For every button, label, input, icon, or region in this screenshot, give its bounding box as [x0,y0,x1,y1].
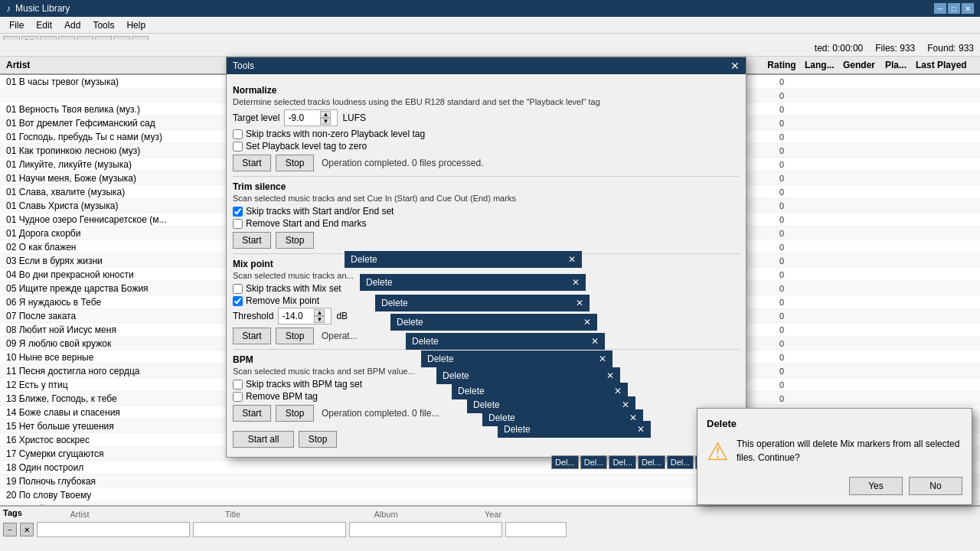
bpm-stop-button[interactable]: Stop [276,405,314,422]
col-header-artist[interactable]: Artist [3,60,225,70]
normalize-stop-button[interactable]: Stop [276,155,314,171]
delete-close-6[interactable]: ✕ [599,354,606,364]
tags-year-input[interactable] [505,522,567,537]
delete-close-8[interactable]: ✕ [583,317,591,328]
col-header-rating[interactable]: Rating [759,60,805,70]
track-rating: 0 [759,311,805,321]
delete-close-11[interactable]: ✕ [568,254,576,265]
normalize-skip-nonzero-row: Skip tracks with non-zero Playback level… [233,129,740,139]
delete-close-10[interactable]: ✕ [572,277,580,288]
confirm-buttons: Yes No [707,477,962,495]
track-rating: 0 [759,325,805,334]
delete-dialog-10: Delete ✕ [360,274,586,291]
menu-help[interactable]: Help [120,18,152,32]
track-rating: 0 [759,201,805,210]
app-icon: ♪ [6,3,11,14]
delete-dialog-11: Delete ✕ [345,251,582,268]
menu-edit[interactable]: Edit [30,18,58,32]
trim-remove-checkbox[interactable] [233,219,243,229]
mix-remove-checkbox[interactable] [233,296,243,306]
mix-skip-checkbox[interactable] [233,284,243,294]
menu-add[interactable]: Add [58,18,87,32]
maximize-button[interactable]: □ [948,3,960,14]
normalize-target-row: Target level ▲ ▼ LUFS [233,109,740,126]
mix-threshold-spin-down[interactable]: ▼ [314,316,325,323]
delete-mini-1: Del... [551,455,579,469]
normalize-target-input[interactable] [285,112,320,123]
track-artist: 01 Ликуйте, ликуйте (музыка) [3,159,225,170]
track-rating: 0 [759,91,805,100]
trim-start-button[interactable]: Start [233,232,271,249]
track-artist: 01 Слава, хвалите (музыка) [3,187,225,197]
delete-dialog-7: Delete ✕ [406,333,605,350]
track-rating: 0 [759,380,805,390]
normalize-start-button[interactable]: Start [233,155,271,171]
track-artist: 01 Как тропинкою лесною (муз) [3,145,225,156]
bpm-start-button[interactable]: Start [233,405,271,422]
bpm-skip-label: Skip tracks with BPM tag set [246,379,362,390]
delete-close-4[interactable]: ✕ [614,386,622,396]
delete-close-5[interactable]: ✕ [606,370,614,381]
delete-close-7[interactable]: ✕ [591,336,599,347]
normalize-set-zero-checkbox[interactable] [233,142,243,152]
bpm-skip-checkbox[interactable] [233,380,243,390]
col-header-gender[interactable]: Gender [843,60,885,70]
delete-label-1: Delete [504,424,531,435]
delete-label-10: Delete [366,277,393,288]
menu-tools[interactable]: Tools [87,18,120,32]
normalize-section-desc: Determine selected tracks loudness using… [233,97,740,106]
track-rating: 0 [759,160,805,169]
track-artist: 13 Ближе, Господь, к тебе [3,393,225,404]
tags-title-input[interactable] [193,522,346,537]
delete-label-3: Delete [473,399,500,410]
delete-close-3[interactable]: ✕ [622,399,629,410]
track-artist: 01 Славь Христа (музыка) [3,201,225,211]
stop-all-button[interactable]: Stop [299,431,337,448]
normalize-target-spin-down[interactable]: ▼ [320,118,331,125]
menu-file[interactable]: File [3,18,30,32]
tags-album-input[interactable] [349,522,502,537]
mix-skip-label: Skip tracks with Mix set [246,283,341,294]
track-artist: 01 Научи меня, Боже (музыка) [3,173,225,184]
confirm-yes-button[interactable]: Yes [849,477,903,495]
track-rating: 0 [759,353,805,362]
normalize-set-zero-label: Set Playback level tag to zero [246,141,367,152]
minimize-button[interactable]: ─ [934,3,946,14]
delete-close-9[interactable]: ✕ [576,298,583,308]
tags-clear-button[interactable]: ✕ [20,523,34,536]
normalize-skip-nonzero-checkbox[interactable] [233,129,243,139]
confirm-dialog: Delete ⚠ This operation will delete Mix … [697,408,972,505]
col-header-lang[interactable]: Lang... [805,60,843,70]
confirm-title: Delete [707,418,962,429]
normalize-target-spin-up[interactable]: ▲ [320,111,331,118]
track-rating: 0 [759,284,805,293]
tags-minus-button[interactable]: − [3,523,17,536]
col-header-pla[interactable]: Pla... [885,60,916,70]
trim-stop-button[interactable]: Stop [276,232,314,249]
tags-artist-input[interactable] [37,522,190,537]
tags-col-title: Title [156,510,309,519]
confirm-no-button[interactable]: No [909,477,962,495]
delete-dialog-9: Delete ✕ [375,295,590,311]
tools-dialog-close[interactable]: ✕ [730,60,740,72]
bottom-btns: Start all Stop [233,428,740,451]
mix-remove-label: Remove Mix point [246,295,319,306]
track-artist: 07 После заката [3,311,225,321]
track-artist: 01 Господь, пребудь Ты с нами (муз) [3,132,225,142]
delete-label-9: Delete [381,298,408,308]
mix-threshold-input[interactable] [279,311,314,321]
delete-close-1[interactable]: ✕ [637,424,645,435]
track-artist: 01 Вот дремлет Гефсиманский сад [3,118,225,129]
trim-remove-label: Remove Start and End marks [246,218,366,229]
close-button[interactable]: ✕ [962,3,974,14]
mix-threshold-spin-up[interactable]: ▲ [314,309,325,316]
trim-btns-row: Start Stop [233,232,740,249]
mix-start-button[interactable]: Start [233,328,271,344]
bpm-remove-label: Remove BPM tag [246,391,318,402]
col-header-lastplayed[interactable]: Last Played [916,60,977,70]
trim-skip-checkbox[interactable] [233,207,243,217]
track-rating: 0 [759,229,805,238]
start-all-button[interactable]: Start all [233,431,294,448]
mix-stop-button[interactable]: Stop [276,328,314,344]
bpm-remove-checkbox[interactable] [233,392,243,402]
